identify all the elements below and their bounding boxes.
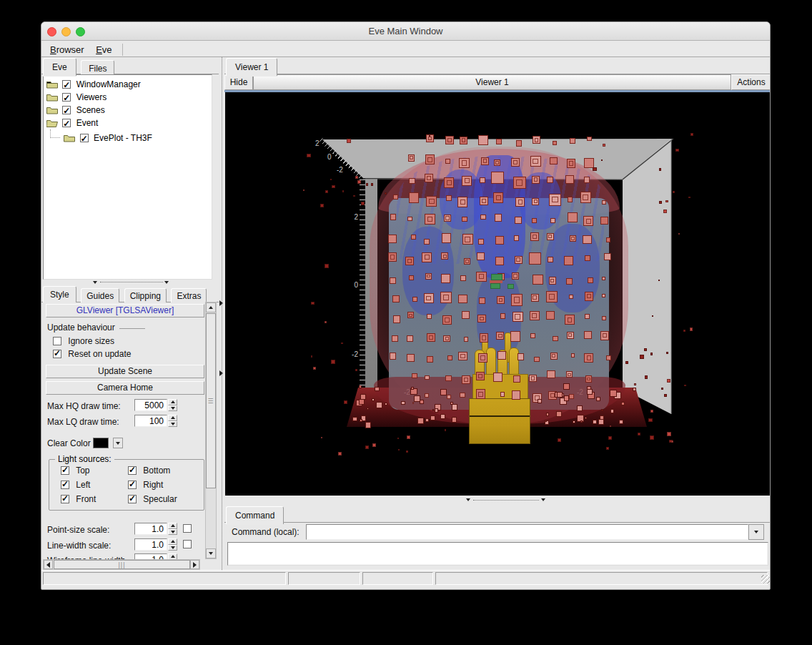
- style-horizontal-scrollbar[interactable]: |||: [43, 559, 200, 570]
- spin-up-icon[interactable]: [168, 415, 177, 421]
- tab-viewer-1[interactable]: Viewer 1: [226, 58, 277, 76]
- tree-checkbox[interactable]: [62, 106, 71, 114]
- light-specular-checkbox[interactable]: [128, 495, 137, 503]
- vertical-splitter[interactable]: [219, 57, 224, 570]
- spin-up-icon[interactable]: [168, 399, 177, 405]
- light-right-row[interactable]: Right: [128, 480, 163, 490]
- light-front-row[interactable]: Front: [61, 494, 96, 504]
- tree-checkbox[interactable]: [62, 93, 71, 102]
- scroll-right-icon[interactable]: [190, 560, 199, 569]
- combo-dropdown-icon[interactable]: [748, 524, 764, 540]
- light-right-checkbox[interactable]: [128, 481, 137, 489]
- tree-checkbox[interactable]: [62, 119, 71, 127]
- max-lq-value[interactable]: 100: [134, 415, 167, 427]
- scroll-left-icon[interactable]: [44, 560, 53, 569]
- max-lq-spinner[interactable]: 100: [134, 415, 177, 427]
- resize-grip-icon[interactable]: [761, 575, 770, 584]
- camera-home-button[interactable]: Camera Home: [46, 381, 204, 395]
- eve-tree[interactable]: WindowManager Viewers Scenes Event EvePl…: [43, 74, 212, 280]
- h3-box: [563, 383, 570, 390]
- h3-box: [405, 257, 415, 266]
- tree-checkbox[interactable]: [62, 80, 71, 89]
- line-width-checkbox[interactable]: [183, 540, 192, 548]
- tab-clipping[interactable]: Clipping: [124, 288, 167, 302]
- tab-guides[interactable]: Guides: [81, 288, 119, 302]
- spin-down-icon[interactable]: [168, 529, 177, 536]
- scrollbar-thumb[interactable]: ☰: [206, 313, 216, 488]
- tab-style[interactable]: Style: [43, 286, 76, 302]
- spin-down-icon[interactable]: [168, 421, 177, 428]
- scroll-up-icon[interactable]: [206, 302, 216, 312]
- light-bottom-row[interactable]: Bottom: [128, 466, 170, 476]
- scroll-down-icon[interactable]: [206, 548, 216, 558]
- color-dropdown-icon[interactable]: [113, 438, 123, 448]
- command-input[interactable]: [306, 524, 748, 540]
- titlebar[interactable]: Eve Main Window: [41, 22, 770, 41]
- splitter-arrow-icon: [93, 281, 97, 284]
- menu-eve[interactable]: Eve: [91, 44, 116, 56]
- spin-up-icon[interactable]: [168, 523, 177, 529]
- tree-row-scenes[interactable]: Scenes: [44, 104, 212, 117]
- line-width-value[interactable]: 1.0: [134, 538, 167, 551]
- point-size-checkbox[interactable]: [183, 524, 192, 533]
- h3-box: [425, 418, 429, 422]
- point-size-spinner[interactable]: 1.0: [134, 523, 177, 535]
- ignore-sizes-checkbox[interactable]: [53, 337, 61, 345]
- light-bottom-checkbox[interactable]: [128, 466, 137, 475]
- light-top-checkbox[interactable]: [61, 466, 69, 475]
- reset-on-update-checkbox[interactable]: [53, 350, 61, 358]
- tab-command[interactable]: Command: [226, 506, 284, 524]
- light-left-row[interactable]: Left: [61, 480, 90, 490]
- spin-up-icon[interactable]: [168, 538, 177, 545]
- h3-box: [325, 321, 327, 323]
- gl-viewport[interactable]: 2 0 -2 2 0 -2 -2 -2: [225, 92, 771, 496]
- h3-box: [311, 302, 315, 305]
- update-scene-button[interactable]: Update Scene: [46, 365, 204, 378]
- h3-box: [444, 177, 454, 187]
- h3-box: [650, 435, 654, 440]
- h3-box: [407, 435, 410, 439]
- h3-box: [683, 330, 685, 332]
- wireframe-spinner[interactable]: 1.0: [134, 553, 177, 559]
- wireframe-value[interactable]: 1.0: [134, 553, 167, 559]
- line-width-spinner[interactable]: 1.0: [134, 538, 177, 551]
- command-combobox[interactable]: [306, 524, 764, 540]
- tree-row-viewers[interactable]: Viewers: [44, 91, 212, 104]
- light-specular-row[interactable]: Specular: [128, 494, 177, 504]
- max-hq-value[interactable]: 5000: [134, 399, 167, 411]
- tab-extras[interactable]: Extras: [171, 288, 207, 302]
- clear-color-swatch[interactable]: [93, 438, 109, 448]
- h3-box: [359, 385, 362, 388]
- spin-down-icon[interactable]: [168, 545, 177, 551]
- h3-box: [661, 388, 663, 390]
- viewer-title[interactable]: Viewer 1: [253, 74, 731, 90]
- tree-checkbox[interactable]: [80, 134, 89, 142]
- ignore-sizes-row[interactable]: Ignore sizes: [53, 336, 114, 346]
- style-vertical-scrollbar[interactable]: ☰: [205, 302, 217, 559]
- h3-box: [667, 379, 670, 383]
- h3-box: [450, 402, 453, 405]
- spin-up-icon[interactable]: [168, 553, 177, 559]
- actions-button[interactable]: Actions: [731, 74, 771, 90]
- tab-eve[interactable]: Eve: [43, 58, 76, 76]
- scrollbar-thumb[interactable]: |||: [54, 560, 190, 569]
- spin-down-icon[interactable]: [168, 405, 177, 412]
- hide-button[interactable]: Hide: [224, 74, 253, 90]
- tree-row-eveplot[interactable]: EvePlot - TH3F: [44, 129, 212, 142]
- light-left-checkbox[interactable]: [61, 481, 69, 489]
- menu-browser[interactable]: Browser: [46, 44, 89, 56]
- light-front-checkbox[interactable]: [61, 495, 69, 503]
- h3-box: [608, 436, 612, 440]
- tab-files[interactable]: Files: [81, 60, 114, 76]
- tree-row-windowmanager[interactable]: WindowManager: [44, 78, 212, 91]
- h3-box: [325, 190, 328, 193]
- tree-row-event[interactable]: Event: [44, 117, 212, 129]
- glviewer-button[interactable]: GLViewer [TGLSAViewer]: [46, 304, 204, 317]
- horizontal-splitter[interactable]: [224, 496, 771, 506]
- light-top-row[interactable]: Top: [61, 466, 89, 476]
- h3-box: [407, 354, 415, 362]
- horizontal-splitter[interactable]: [41, 280, 219, 285]
- max-hq-spinner[interactable]: 5000: [134, 399, 177, 411]
- reset-on-update-row[interactable]: Reset on update: [53, 349, 131, 359]
- point-size-value[interactable]: 1.0: [134, 523, 167, 535]
